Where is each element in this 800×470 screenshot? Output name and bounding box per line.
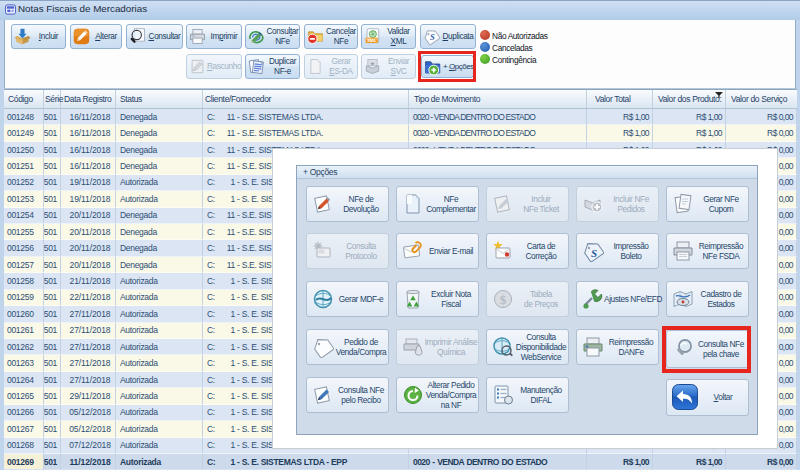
svg-text:S: S: [591, 247, 597, 259]
svg-text:XML: XML: [367, 38, 376, 43]
svg-text:S: S: [430, 32, 435, 42]
svg-text:$: $: [500, 292, 507, 307]
